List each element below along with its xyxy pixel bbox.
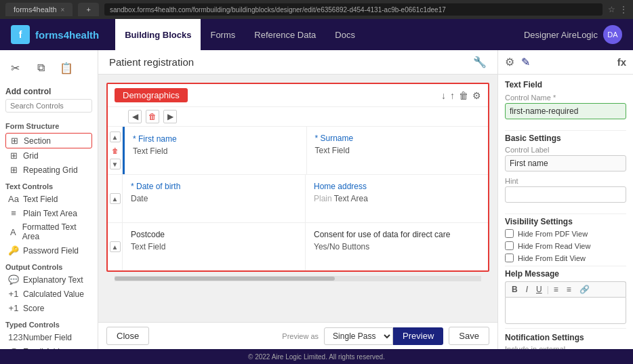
output-controls-title: Output Controls (5, 263, 92, 271)
formatted-text-icon: A (8, 227, 18, 237)
grid-cell-postcode[interactable]: Postcode Text Field (123, 223, 306, 270)
wrench-icon[interactable]: 🔧 (473, 56, 487, 68)
column-controls: ◀ 🗑 ▶ (108, 107, 488, 127)
sidebar-item-section[interactable]: ⊞ Section (5, 133, 92, 148)
link-btn[interactable]: 🔗 (576, 284, 593, 295)
nav-forms[interactable]: Forms (201, 19, 245, 50)
sidebar-item-email[interactable]: @ Email Address (5, 344, 92, 349)
ordered-list-btn[interactable]: ≡ (563, 284, 575, 295)
email-icon: @ (8, 346, 19, 349)
sidebar-item-text-field[interactable]: Aa Text Field (5, 192, 92, 206)
fx-icon[interactable]: fx (617, 56, 626, 68)
col-delete-btn[interactable]: 🗑 (146, 110, 159, 123)
hide-read-checkbox[interactable] (505, 241, 514, 250)
field-type-firstname: Text Field (133, 146, 298, 156)
browser-tab[interactable]: forms4health × (5, 3, 73, 16)
main-layout: ✂ ⧉ 📋 Add control Form Structure ⊞ Secti… (0, 50, 633, 349)
close-button[interactable]: Close (106, 327, 149, 345)
notification-title: Notification Settings (505, 333, 626, 342)
italic-btn[interactable]: I (523, 284, 531, 295)
copy-icon[interactable]: ⧉ (31, 58, 50, 77)
field-label-postcode: Postcode (131, 230, 297, 239)
delete-section-btn[interactable]: 🗑 (459, 90, 468, 101)
add-control-title: Add control (5, 87, 92, 96)
sidebar-item-plain-text-area[interactable]: ≡ Plain Text Area (5, 206, 92, 220)
panel-icons: ⚙ ✎ (505, 56, 530, 68)
bold-btn[interactable]: B (508, 284, 521, 295)
user-avatar: DA (603, 25, 622, 44)
sidebar-item-grid[interactable]: ⊞ Grid (5, 148, 92, 163)
sidebar-item-password-field[interactable]: 🔑 Password Field (5, 243, 92, 258)
user-area[interactable]: Designer AireLogic DA (524, 25, 622, 44)
app-header: f forms4health Building Blocks Forms Ref… (0, 19, 633, 50)
visibility-title: Visibility Settings (505, 214, 626, 226)
control-name-input[interactable] (505, 103, 626, 119)
canvas-area[interactable]: Demographics ↓ ↑ 🗑 ⚙ ◀ 🗑 ▶ (98, 75, 497, 322)
grid-cell-dob[interactable]: * Date of birth Date (123, 175, 306, 222)
hide-pdf-row: Hide From PDF View (505, 229, 626, 238)
help-message-title: Help Message (505, 266, 626, 279)
hint-input[interactable] (505, 186, 626, 203)
preview-mode-select[interactable]: Single Pass (324, 327, 393, 345)
hide-edit-checkbox[interactable] (505, 254, 514, 262)
col-next-btn[interactable]: ▶ (163, 110, 177, 123)
nav-building-blocks[interactable]: Building Blocks (115, 19, 201, 50)
search-controls-input[interactable] (5, 99, 92, 113)
row-up-btn-2[interactable]: ▲ (110, 193, 121, 204)
horizontal-scrollbar[interactable] (115, 276, 481, 281)
sidebar-item-explanatory[interactable]: 💬 Explanatory Text (5, 272, 92, 287)
row-down-btn-1[interactable]: ▼ (110, 159, 121, 169)
hide-pdf-label: Hide From PDF View (518, 230, 588, 238)
paste-icon[interactable]: 📋 (57, 58, 76, 77)
move-down-btn[interactable]: ↓ (441, 90, 446, 101)
sidebar-item-score[interactable]: +1 Score (5, 301, 92, 315)
sidebar-item-number[interactable]: 123 Number Field (5, 330, 92, 344)
row-ctrl-2: ▲ (108, 175, 122, 223)
row-del-btn-1[interactable]: 🗑 (110, 145, 121, 156)
preview-group: Single Pass Preview (324, 327, 443, 345)
browser-controls: ☆ ⋮ (608, 5, 628, 14)
row-controls: ▲ 🗑 ▼ ▲ ▲ (108, 127, 123, 270)
address-bar[interactable]: sandbox.forms4health.com/formbuilding/bu… (104, 3, 603, 16)
save-button[interactable]: Save (449, 327, 489, 345)
settings-panel-icon[interactable]: ⚙ (505, 56, 514, 68)
star-icon[interactable]: ☆ (608, 5, 615, 14)
col-prev-btn[interactable]: ◀ (128, 110, 142, 123)
row-ctrl-3: ▲ (108, 223, 122, 270)
bottom-left: Close (106, 327, 149, 345)
tab-close-btn[interactable]: × (61, 6, 65, 14)
sidebar-item-repeating-grid[interactable]: ⊞ Repeating Grid (5, 163, 92, 177)
tab-title: forms4health (14, 5, 57, 14)
status-bar: © 2022 Aire Logic Limited. All rights re… (0, 349, 633, 364)
row-up-btn-1[interactable]: ▲ (110, 132, 121, 142)
preview-button[interactable]: Preview (393, 327, 443, 345)
scroll-thumb (115, 277, 335, 281)
grid-cell-homeaddress[interactable]: Home address Plain Text Area (306, 175, 488, 222)
field-type-postcode: Text Field (131, 242, 297, 251)
grid-cell-surname[interactable]: * Surname Text Field (307, 127, 489, 174)
field-type-homeaddress: Plain Text Area (314, 194, 480, 203)
nav-reference-data[interactable]: Reference Data (245, 19, 325, 50)
row-up-btn-3[interactable]: ▲ (110, 241, 121, 252)
calculated-icon: +1 (8, 289, 19, 299)
repeating-grid-icon: ⊞ (8, 165, 19, 175)
menu-icon[interactable]: ⋮ (619, 5, 628, 14)
sidebar-item-formatted-text-area[interactable]: A Formatted Text Area (5, 220, 92, 243)
help-message-area[interactable] (505, 297, 626, 324)
sidebar-item-calculated[interactable]: +1 Calculated Value (5, 287, 92, 301)
move-up-btn[interactable]: ↑ (450, 90, 455, 101)
scissors-icon[interactable]: ✂ (5, 58, 24, 77)
nav-docs[interactable]: Docs (325, 19, 365, 50)
underline-btn[interactable]: U (533, 284, 546, 295)
password-icon: 🔑 (8, 245, 19, 256)
list-btn[interactable]: ≡ (550, 284, 562, 295)
section-actions: ↓ ↑ 🗑 ⚙ (441, 90, 481, 101)
grid-cell-firstname[interactable]: * First name 🗑 Text Field (123, 127, 307, 174)
settings-btn[interactable]: ⚙ (472, 90, 481, 101)
control-label-input[interactable] (505, 155, 626, 171)
hide-edit-row: Hide From Edit View (505, 254, 626, 262)
edit-panel-icon[interactable]: ✎ (521, 56, 530, 68)
new-tab-btn[interactable]: + (78, 3, 98, 16)
hide-pdf-checkbox[interactable] (505, 229, 514, 238)
grid-cell-consent[interactable]: Consent for use of data for direct care … (306, 223, 488, 270)
